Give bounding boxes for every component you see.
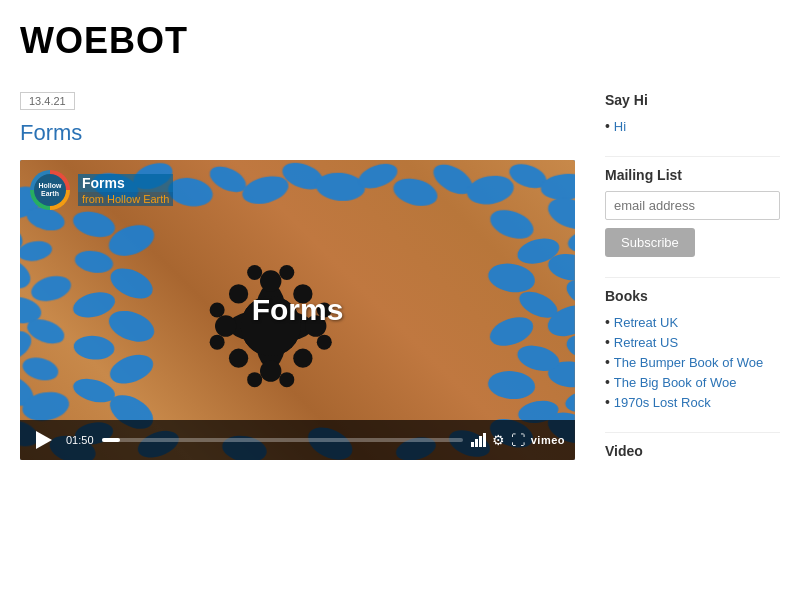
list-item: 1970s Lost Rock [605, 392, 780, 412]
video-title-overlay: Forms [78, 174, 173, 192]
say-hi-list: Hi [605, 116, 780, 136]
svg-point-81 [279, 372, 294, 387]
sidebar-say-hi: Say Hi Hi [605, 92, 780, 136]
divider-3 [605, 432, 780, 433]
channel-logo: Hollow Earth [30, 170, 70, 210]
svg-point-41 [105, 305, 159, 347]
sidebar: Say Hi Hi Mailing List Subscribe Books [605, 92, 780, 479]
svg-point-42 [73, 334, 116, 361]
divider-1 [605, 156, 780, 157]
svg-point-67 [260, 360, 281, 381]
bar3 [479, 436, 482, 447]
lost-rock-link[interactable]: 1970s Lost Rock [614, 395, 711, 410]
list-item: The Bumper Book of Woe [605, 352, 780, 372]
svg-point-28 [565, 225, 575, 256]
channel-name: Hollow Earth [107, 193, 169, 205]
channel-name-overlay: from Hollow Earth [78, 192, 173, 206]
svg-point-43 [106, 349, 157, 389]
list-item: The Big Book of Woe [605, 372, 780, 392]
video-thumbnail: Hollow Earth Forms from Hollow Earth [20, 160, 575, 460]
svg-point-79 [317, 335, 332, 350]
channel-logo-text: Hollow Earth [39, 182, 62, 197]
bumper-book-link[interactable]: The Bumper Book of Woe [614, 355, 763, 370]
books-heading: Books [605, 288, 780, 304]
settings-icon[interactable]: ⚙ [492, 432, 505, 448]
svg-point-19 [315, 171, 367, 203]
svg-point-66 [260, 270, 281, 291]
play-icon [36, 431, 52, 449]
bar1 [471, 442, 474, 447]
post-title-link[interactable]: Forms [20, 120, 82, 145]
svg-point-17 [239, 171, 291, 208]
svg-point-34 [564, 387, 575, 416]
say-hi-heading: Say Hi [605, 92, 780, 108]
svg-point-38 [73, 248, 115, 276]
video-player: Hollow Earth Forms from Hollow Earth [20, 160, 575, 460]
svg-point-49 [486, 260, 537, 296]
sidebar-books: Books Retreat UK Retreat US The Bumper B… [605, 288, 780, 412]
books-list: Retreat UK Retreat US The Bumper Book of… [605, 312, 780, 412]
post-title: Forms [20, 120, 575, 146]
video-controls: 01:50 ⚙ ⛶ vimeo [20, 420, 575, 460]
post-date: 13.4.21 [20, 92, 75, 110]
list-item: Retreat US [605, 332, 780, 352]
site-title: WOEBOT [20, 20, 780, 62]
subscribe-button[interactable]: Subscribe [605, 228, 695, 257]
time-display: 01:50 [66, 434, 94, 446]
site-header: WOEBOT [20, 0, 780, 72]
svg-point-3 [20, 239, 54, 264]
big-book-link[interactable]: The Big Book of Woe [614, 375, 737, 390]
channel-text: Forms from Hollow Earth [78, 174, 173, 206]
svg-point-75 [279, 265, 294, 280]
play-button[interactable] [30, 426, 58, 454]
svg-point-36 [70, 207, 117, 241]
svg-point-74 [247, 265, 262, 280]
fullscreen-icon[interactable]: ⛶ [511, 432, 525, 448]
divider-2 [605, 277, 780, 278]
svg-point-72 [229, 349, 248, 368]
svg-point-70 [229, 284, 248, 303]
channel-info-bar: Hollow Earth Forms from Hollow Earth [30, 170, 173, 210]
email-input[interactable] [605, 191, 780, 220]
mailing-list-heading: Mailing List [605, 167, 780, 183]
signal-bars-icon [471, 433, 486, 447]
list-item: Retreat UK [605, 312, 780, 332]
hi-link[interactable]: Hi [614, 119, 626, 134]
list-item: Hi [605, 116, 780, 136]
svg-point-5 [28, 272, 73, 305]
svg-point-9 [20, 354, 61, 384]
channel-logo-inner: Hollow Earth [34, 174, 66, 206]
progress-bar-fill [102, 438, 120, 442]
vimeo-logo: vimeo [531, 434, 565, 446]
sidebar-videos: Video [605, 443, 780, 459]
bar4 [483, 433, 486, 447]
svg-point-23 [465, 172, 516, 208]
sidebar-mailing-list: Mailing List Subscribe [605, 167, 780, 257]
from-label: from [82, 193, 104, 205]
svg-point-80 [247, 372, 262, 387]
svg-point-21 [390, 174, 440, 210]
controls-right: ⚙ ⛶ vimeo [471, 432, 565, 448]
progress-bar[interactable] [102, 438, 463, 442]
svg-point-53 [487, 369, 536, 401]
main-content: 13.4.21 Forms [20, 92, 575, 479]
svg-point-76 [210, 303, 225, 318]
svg-point-68 [215, 315, 236, 336]
svg-point-73 [293, 349, 312, 368]
bar2 [475, 439, 478, 447]
videos-heading: Video [605, 443, 780, 459]
retreat-uk-link[interactable]: Retreat UK [614, 315, 678, 330]
svg-point-51 [486, 312, 537, 352]
svg-point-77 [210, 335, 225, 350]
video-main-title: Forms [252, 293, 344, 327]
svg-point-47 [486, 205, 537, 245]
retreat-us-link[interactable]: Retreat US [614, 335, 678, 350]
